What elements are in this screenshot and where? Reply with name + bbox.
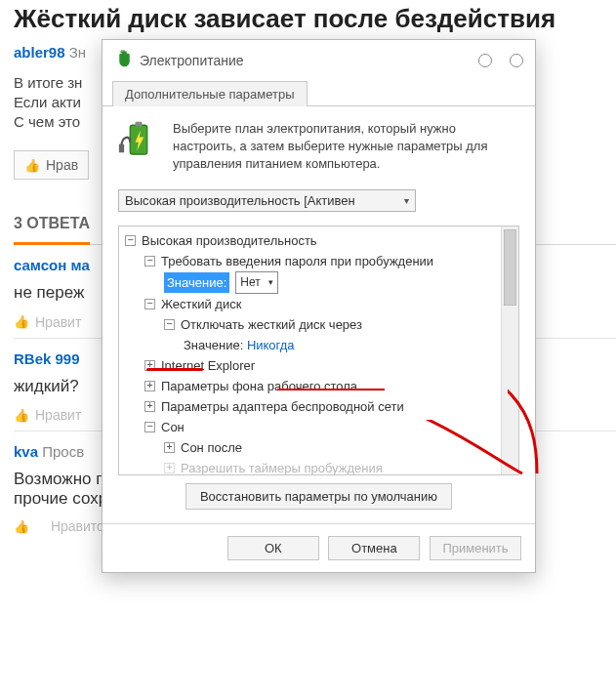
power-options-dialog: Электропитание Дополнительные параметры …	[102, 39, 536, 573]
dialog-footer: ОК Отмена Применить	[103, 523, 535, 572]
collapse-icon[interactable]: −	[144, 256, 155, 267]
tree-value-require-password[interactable]: Значение: Нет▾	[125, 271, 495, 294]
expand-icon[interactable]: +	[164, 442, 175, 453]
like-label: Нрав	[46, 157, 78, 173]
question-title: Жёсткий диск зависает после бездействия	[14, 4, 616, 34]
answer-user-link[interactable]: самсон ма	[14, 257, 90, 273]
svg-rect-0	[122, 50, 123, 52]
chevron-down-icon: ▾	[268, 272, 273, 293]
expand-icon[interactable]: +	[144, 360, 155, 371]
answer-user-rank: Просв	[42, 443, 84, 460]
collapse-icon[interactable]: −	[125, 235, 136, 246]
settings-tree[interactable]: −Высокая производительность −Требовать в…	[119, 226, 501, 474]
svg-rect-5	[119, 144, 124, 153]
tab-strip: Дополнительные параметры	[103, 80, 535, 105]
tab-advanced-settings[interactable]: Дополнительные параметры	[112, 81, 308, 106]
intro-row: Выберите план электропитания, который ну…	[118, 120, 519, 174]
tree-node-sleep[interactable]: −Сон	[125, 417, 495, 437]
restore-defaults-button[interactable]: Восстановить параметры по умолчанию	[185, 483, 452, 510]
minimize-button[interactable]	[478, 54, 492, 67]
answer-user-link[interactable]: kva	[14, 443, 38, 460]
thumbs-up-icon: 👍	[14, 408, 29, 423]
apply-button: Применить	[430, 536, 521, 560]
thumbs-up-icon: 👍	[14, 519, 29, 534]
settings-tree-container: −Высокая производительность −Требовать в…	[118, 226, 519, 475]
asker-rank: Зн	[69, 44, 86, 61]
dialog-title: Электропитание	[140, 53, 471, 68]
power-plan-select-value: Высокая производительность [Активен	[125, 193, 355, 208]
titlebar-controls	[478, 54, 523, 67]
selected-label: Значение:	[164, 272, 229, 293]
tree-node-ie[interactable]: +Internet Explorer	[125, 355, 495, 376]
power-options-icon	[114, 50, 132, 70]
svg-rect-1	[123, 50, 124, 52]
value-link[interactable]: Никогда	[247, 335, 295, 355]
power-plan-select[interactable]: Высокая производительность [Активен ▾	[118, 189, 416, 212]
intro-text: Выберите план электропитания, который ну…	[173, 120, 519, 174]
thumbs-up-icon: 👍	[14, 314, 29, 329]
collapse-icon[interactable]: −	[144, 422, 155, 432]
tree-node-plan[interactable]: −Высокая производительность	[125, 230, 495, 251]
value-dropdown[interactable]: Нет▾	[235, 271, 277, 294]
svg-rect-3	[136, 122, 143, 126]
vertical-scrollbar[interactable]	[501, 226, 518, 474]
close-button[interactable]	[510, 54, 523, 67]
value-label: Значение:	[184, 335, 243, 355]
answer-like[interactable]: 👍Нравит	[14, 314, 81, 330]
battery-charge-icon	[118, 120, 159, 174]
expand-icon[interactable]: +	[144, 381, 155, 391]
thumbs-up-icon: 👍	[24, 158, 40, 173]
asker-link[interactable]: abler98	[14, 44, 65, 61]
tree-value-turn-off-hdd[interactable]: Значение: Никогда	[125, 335, 495, 355]
expand-icon[interactable]: +	[144, 401, 155, 412]
cancel-button[interactable]: Отмена	[328, 536, 420, 560]
tree-node-hard-disk[interactable]: −Жесткий диск	[125, 294, 495, 314]
answer-like[interactable]: 👍Нравит	[14, 407, 81, 423]
collapse-icon[interactable]: −	[144, 299, 155, 309]
titlebar: Электропитание	[103, 40, 535, 80]
expand-icon[interactable]: +	[164, 463, 175, 473]
collapse-icon[interactable]: −	[164, 319, 175, 330]
answers-count: 3 ОТВЕТА	[14, 215, 90, 245]
scrollbar-thumb[interactable]	[504, 229, 516, 306]
tree-node-desktop-bg[interactable]: +Параметры фона рабочего стола	[125, 376, 495, 396]
answer-user-link[interactable]: RBek 999	[14, 350, 80, 367]
tree-node-wireless[interactable]: +Параметры адаптера беспроводной сети	[125, 396, 495, 417]
like-button[interactable]: 👍 Нрав	[14, 150, 89, 180]
tree-node-sleep-after[interactable]: +Сон после	[125, 437, 495, 458]
tab-panel: Выберите план электропитания, который ну…	[103, 105, 535, 523]
tree-node-turn-off-hdd[interactable]: −Отключать жесткий диск через	[125, 314, 495, 335]
chevron-down-icon: ▾	[404, 195, 409, 206]
ok-button[interactable]: ОК	[227, 536, 319, 560]
tree-node-wake-timers[interactable]: +Разрешить таймеры пробуждения	[125, 458, 495, 474]
tree-node-require-password[interactable]: −Требовать введения пароля при пробужден…	[125, 251, 495, 271]
